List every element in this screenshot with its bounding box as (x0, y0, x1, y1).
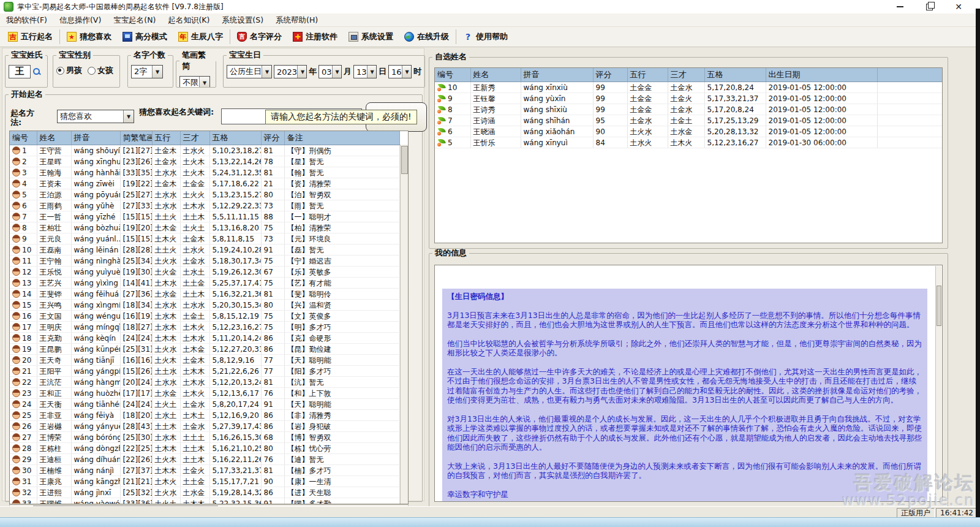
result-row[interactable]: 32王进熙wáng jìnxī[25][32]土火水土水金5,19,28,14,… (10, 487, 399, 498)
column-header[interactable]: 编号 (10, 131, 37, 145)
online-upgrade-button[interactable]: 在线升级 (399, 28, 454, 45)
result-row[interactable]: 22王沆茫wáng hàngmáng[20][24]土水水土木水5,12,20,… (10, 377, 399, 388)
menu-item-naming-knowledge[interactable]: 起名知识(K) (162, 13, 216, 27)
selected-name-row[interactable]: 9王钰馨wáng yùxīn99土金金土金火5,17,33,21,372019-… (435, 93, 942, 104)
baby-icon (12, 345, 20, 353)
column-header[interactable]: 五格 (704, 68, 766, 82)
cell: [22][25] (120, 443, 152, 454)
column-header[interactable]: 备注 (284, 131, 399, 145)
info-vscroll-thumb[interactable] (937, 286, 941, 326)
result-row[interactable]: 14王斐铧wáng fěihuá[27][36]土水金土土木5,16,32,21… (10, 289, 399, 300)
result-row[interactable]: 4王资未wáng zīwèi[19][22]土金木土金金5,17,18,6,22… (10, 178, 399, 189)
selected-name-row[interactable]: 10王新秀wáng xīnxiù99土金金土金水5,17,20,8,242019… (435, 82, 942, 93)
birth-bazi-button[interactable]: 年生辰八字 (173, 28, 228, 45)
column-header[interactable]: 出生日期 (766, 68, 877, 82)
day-select[interactable]: 13 ▼ (353, 65, 377, 78)
result-row[interactable]: 20王天奇wáng tiānjī[16][16]土火木土金木5,8,12,9,1… (10, 355, 399, 366)
column-header[interactable]: 拼音 (521, 68, 593, 82)
radio-boy[interactable] (56, 67, 64, 75)
results-vertical-scrollbar[interactable] (400, 145, 408, 504)
result-row[interactable]: 1王守营wáng shǒuyíng[21][27]土金木土水火5,10,23,1… (10, 145, 399, 156)
column-header[interactable]: 拼音 (71, 131, 120, 145)
result-row[interactable]: 9王元良wáng yuánl...[15][15]土木火土金木5,8,11,8,… (10, 233, 399, 245)
result-row[interactable]: 26王岩樾wáng yányuè[28][43]土土木土金水5,27,39,17… (10, 421, 399, 432)
selected-name-row[interactable]: 8王诗秀wáng shīxiù99土金金土金水5,17,20,8,242019-… (435, 104, 942, 115)
result-row[interactable]: 6王雨鹤wáng yǔhè[27][33]土水水土木水5,12,29,22,33… (10, 200, 399, 211)
result-row[interactable]: 28王栋柱wáng dòngzhù[22][25]土木木土土木5,16,21,1… (10, 443, 399, 454)
result-row[interactable]: 15王兴鸣wáng xìngmíng[18][34]土水水土水水5,20,30,… (10, 300, 399, 311)
column-header[interactable]: 姓名 (470, 68, 521, 82)
result-row[interactable]: 12王乐悦wáng yuìyuè[19][30]土火金土水土5,19,26,12… (10, 267, 399, 278)
method-select[interactable]: 猜您喜欢 ▼ (57, 110, 134, 123)
selected-name-row[interactable]: 5王忻乐wáng xīnyuì84土水火土木火5,12,23,16,272019… (435, 137, 942, 148)
name-score-button[interactable]: 言名字评分 (232, 28, 287, 45)
result-row[interactable]: 11王宁翰wáng nìnghàn[25][34]土火水土金水5,18,30,1… (10, 256, 399, 267)
column-header[interactable]: 简繁笔画 (120, 131, 152, 145)
calendar-type-select[interactable]: 公历生日 ▼ (227, 65, 272, 78)
menu-item-info-operations[interactable]: 信息操作(V) (53, 13, 107, 27)
result-row[interactable]: 7王一哲wáng yīzhé[15][15]土土火土土木5,5,11,11,15… (10, 211, 399, 222)
close-button[interactable]: ✕ (954, 2, 963, 11)
column-header[interactable]: 评分 (261, 131, 284, 145)
result-row[interactable]: 5王泊源wáng pōyuán[25][27]土水水土火火5,13,23,15,… (10, 189, 399, 200)
radio-boy-label[interactable]: 男孩 (66, 65, 82, 76)
result-row[interactable]: 29王迪桓wáng díhuán[22][26]土火木土土木5,16,22,11… (10, 454, 399, 465)
selected-name-row[interactable]: 6王晓涵wáng xiǎohán90土火水土水金5,20,28,13,32201… (435, 126, 942, 137)
result-row[interactable]: 27王博荣wáng bóróng[25][30]土水木土土土5,16,26,15… (10, 432, 399, 443)
hour-select[interactable]: 16 ▼ (388, 65, 412, 78)
column-header[interactable] (877, 68, 942, 82)
minimize-button[interactable] (895, 2, 904, 11)
result-row[interactable]: 23王和正wáng huòzhēng[17][17]土水金土木火5,12,13,… (10, 388, 399, 399)
column-header[interactable]: 五行 (152, 131, 180, 145)
year-select[interactable]: 2023 ▼ (274, 65, 307, 78)
restore-button[interactable] (925, 2, 933, 11)
cell: 3 (10, 167, 37, 178)
result-row[interactable]: 17王明庆wáng míngqìng[18][27]土水木土木火5,12,23,… (10, 322, 399, 333)
month-select[interactable]: 03 ▼ (318, 65, 342, 78)
wuxing-naming-button[interactable]: 吉五行起名 (2, 28, 58, 45)
column-header[interactable]: 五行 (627, 68, 668, 82)
high-score-mode-button[interactable]: 高分模式 (117, 28, 173, 45)
cell: wáng fēiyà (71, 410, 120, 421)
menu-item-my-software[interactable]: 我的软件(F) (0, 13, 53, 27)
register-software-button[interactable]: ✚注册软件 (287, 28, 343, 45)
column-header[interactable]: 三才 (180, 131, 209, 145)
column-header[interactable]: 评分 (593, 68, 627, 82)
column-header[interactable]: 姓名 (37, 131, 71, 145)
result-row[interactable]: 21王阳平wáng yángpíng[15][26]土土水土木木5,21,22,… (10, 366, 399, 377)
minimize-icon (897, 6, 903, 7)
result-row[interactable]: 30王楠维wáng nánjì[27][37]土木木土金火5,17,33,21,… (10, 465, 399, 476)
column-header[interactable]: 五格 (209, 131, 261, 145)
help-button[interactable]: ?使用帮助 (458, 28, 513, 45)
menu-item-system-settings[interactable]: 系统设置(S) (216, 13, 270, 27)
results-vscroll-thumb[interactable] (401, 146, 408, 174)
search-icon[interactable] (32, 67, 41, 76)
result-row[interactable]: 2王星晖wáng xīnghuī[23][26]土金水土火木5,13,22,14… (10, 156, 399, 167)
stroke-select[interactable]: 不限 ▼ (179, 76, 210, 88)
result-row[interactable]: 13王艺兴wáng yìxìng[14][41]土木水土土金5,25,37,17… (10, 278, 399, 289)
result-row[interactable]: 16王文国wáng wénguó[16][19]土水木土金土5,8,15,12,… (10, 311, 399, 322)
menu-item-baby-naming[interactable]: 宝宝起名(N) (107, 13, 162, 27)
radio-girl-label[interactable]: 女孩 (97, 65, 113, 76)
guess-you-like-button[interactable]: ★猜您喜欢 (61, 28, 117, 45)
result-row[interactable]: 3王翰海wáng hànhǎi[33][35]土水水土火木5,24,31,12,… (10, 167, 399, 178)
menu-item-system-help[interactable]: 系统帮助(H) (270, 13, 324, 27)
result-row[interactable]: 18王克勤wáng kèqín[24][24]土木木土木水5,11,20,14,… (10, 333, 399, 344)
result-row[interactable]: 8王柏壮wáng bòzhuàng[19][20]土木金土火土5,13,16,8… (10, 222, 399, 233)
result-row[interactable]: 31王康兆wáng kāngzhào[21][21]土木火土土金5,15,17,… (10, 476, 399, 487)
result-row[interactable]: 33王曜维wáng yàowéi[33][36]土火土土木木5,22,32,15… (10, 498, 399, 505)
surname-input[interactable]: 王 (9, 65, 31, 78)
result-row[interactable]: 24王天衡wáng tiānhéng[24][24]土火土土金水5,8,20,1… (10, 399, 399, 410)
info-vertical-scrollbar[interactable] (935, 266, 941, 501)
column-header[interactable]: 三才 (668, 68, 704, 82)
name-count-select[interactable]: 2字 ▼ (131, 65, 163, 78)
my-info-textarea[interactable]: 【生日密码信息】3月13日预言未来在3月13日出生的人总是非常的宿命，因为他们的… (434, 265, 943, 502)
selected-name-row[interactable]: 7王诗涵wáng shīhán95土金水土金土5,17,25,13,292019… (435, 115, 942, 126)
result-row[interactable]: 19王昆鹏wáng kūnpéng[25][31]土火水土木金5,12,27,2… (10, 344, 399, 355)
cell: 【非】清雅秀 (284, 410, 399, 421)
radio-girl[interactable] (88, 67, 96, 75)
result-row[interactable]: 10王磊南wáng lěinán[28][28]土土火土水火5,19,24,10… (10, 245, 399, 256)
result-row[interactable]: 25王非亚wáng fēiyà[18][20]土水土土木土5,12,16,9,2… (10, 410, 399, 421)
system-settings-button[interactable]: 系统设置 (343, 28, 399, 45)
column-header[interactable]: 编号 (435, 68, 470, 82)
